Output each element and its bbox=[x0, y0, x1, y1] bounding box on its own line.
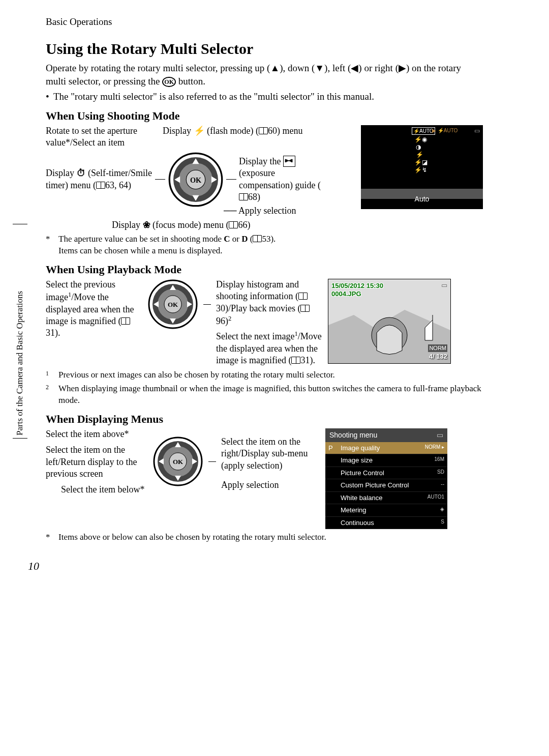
ok-icon: OK bbox=[162, 77, 176, 87]
menu-footnote: * Items above or below can also be chose… bbox=[46, 532, 483, 543]
breadcrumb: Basic Operations bbox=[46, 15, 483, 28]
svg-text:OK: OK bbox=[190, 176, 202, 184]
book-icon bbox=[239, 193, 248, 200]
rotary-dial-icon: OK bbox=[147, 279, 198, 330]
shoot-selftimer-label: Display ⏱ (Self-timer/Smile timer) menu … bbox=[46, 167, 152, 191]
menu-lcd-title: Shooting menu▭ bbox=[325, 428, 447, 442]
shoot-rotate-label: Rotate to set the aperture value*/Select… bbox=[46, 125, 158, 149]
shooting-diagram: Rotate to set the aperture value*/Select… bbox=[46, 125, 483, 231]
playback-diagram: Select the previous image1/Move the disp… bbox=[46, 279, 483, 367]
play-footnote-2: 2 When displaying image thumbnail or whe… bbox=[46, 383, 483, 406]
menus-diagram: Select the item above* Select the item o… bbox=[46, 428, 483, 530]
menu-lcd-row: PImage qualityNORM ▸ bbox=[325, 442, 447, 455]
menu-apply-label: Apply selection bbox=[221, 479, 320, 491]
shoot-flash-label: Display ⚡ (flash mode) (60) menu bbox=[163, 125, 302, 137]
menu-lcd-row: Metering◈ bbox=[325, 504, 447, 517]
book-icon bbox=[291, 357, 300, 364]
rotary-dial-icon: OK bbox=[152, 436, 203, 487]
book-icon bbox=[253, 235, 262, 242]
playback-lcd: 15/05/2012 15:30 0004.JPG ▭ NORM 4/ 132 bbox=[328, 279, 451, 364]
lcd-count: 4/ 132 bbox=[429, 352, 447, 361]
book-icon bbox=[259, 127, 268, 134]
lcd-norm: NORM bbox=[428, 344, 447, 352]
lcd-auto-label: Auto bbox=[361, 194, 483, 204]
shoot-focus-label: Display ❀ (focus mode) menu (66) bbox=[112, 219, 351, 231]
menu-right-label: Select the item on the right/Display sub… bbox=[221, 436, 320, 472]
section-title: Using the Rotary Multi Selector bbox=[46, 39, 483, 60]
shoot-exposure-label: Display the ⧿ (exposure compensation) gu… bbox=[239, 156, 325, 203]
shoot-apply-label: ── Apply selection bbox=[224, 205, 351, 217]
menu-lcd-row: Picture ControlSD bbox=[325, 467, 447, 480]
menu-lcd-row: White balanceAUTO1 bbox=[325, 492, 447, 505]
playback-heading: When Using Playback Mode bbox=[46, 262, 483, 277]
shooting-heading: When Using Shooting Mode bbox=[46, 108, 483, 124]
book-icon bbox=[300, 305, 310, 312]
intro-text: Operate by rotating the rotary multi sel… bbox=[46, 62, 483, 88]
menu-lcd-row: ContinuousS bbox=[325, 517, 447, 530]
svg-text:OK: OK bbox=[173, 458, 184, 466]
bullet-note: The "rotary multi selector" is also refe… bbox=[53, 90, 483, 103]
shooting-lcd: ⚡AUTO ▶ ⚡AUTO ▭ ⚡◉ ◑ ⚡ ⚡◪ ⚡↯ Auto bbox=[361, 125, 483, 209]
menus-heading: When Displaying Menus bbox=[46, 412, 483, 427]
book-icon bbox=[121, 317, 130, 325]
book-icon bbox=[229, 221, 238, 228]
menu-above-label: Select the item above* bbox=[46, 428, 147, 440]
book-icon bbox=[96, 182, 105, 189]
play-footnote-1: 1 Previous or next images can also be ch… bbox=[46, 369, 483, 383]
menu-below-label: Select the item below* bbox=[61, 484, 147, 496]
shoot-footnote-star: * The aperture value can be set in shoot… bbox=[46, 234, 483, 257]
menu-lcd: Shooting menu▭ PImage qualityNORM ▸Image… bbox=[325, 428, 447, 530]
play-prev-label: Select the previous image1/Move the disp… bbox=[46, 279, 142, 339]
rotary-dial-icon: OK bbox=[168, 152, 224, 208]
menu-lcd-row: Image size16M bbox=[325, 454, 447, 467]
book-icon bbox=[298, 293, 308, 300]
play-histogram-label: Display histogram and shooting informati… bbox=[216, 279, 323, 328]
menu-left-label: Select the item on the left/Return displ… bbox=[46, 444, 147, 480]
page-number: 10 bbox=[28, 559, 483, 574]
sidebar-tab: Parts of the Camera and Basic Operations bbox=[13, 224, 27, 439]
menu-lcd-row: Custom Picture Control-- bbox=[325, 479, 447, 492]
svg-text:OK: OK bbox=[168, 301, 178, 308]
play-next-label: Select the next image1/Move the displaye… bbox=[216, 330, 323, 366]
